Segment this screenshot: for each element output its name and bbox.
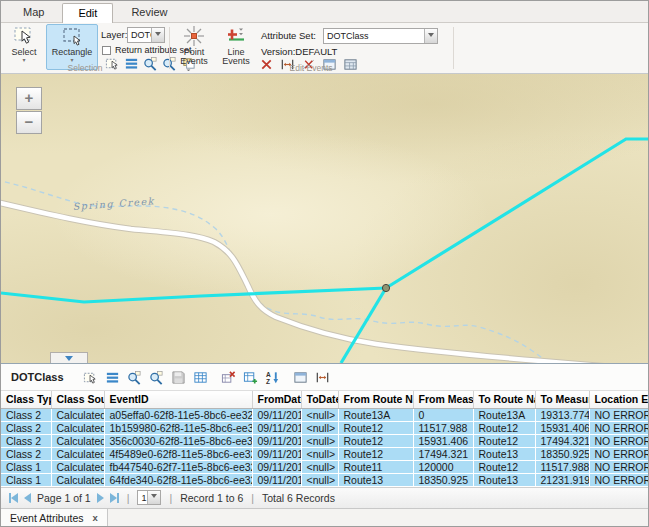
table-cell[interactable]: Route12 bbox=[473, 421, 535, 434]
attribute-set-combobox-arrow[interactable] bbox=[424, 29, 437, 43]
table-cell[interactable]: a05effa0-62f8-11e5-8bc6-ee32641d5ec9 bbox=[104, 408, 252, 421]
table-cell[interactable]: Calculated bbox=[51, 473, 104, 486]
table-cell[interactable]: Class 1 bbox=[1, 473, 51, 486]
table-cell[interactable]: Route13A bbox=[338, 408, 413, 421]
layer-combobox[interactable]: DOTClass bbox=[127, 27, 165, 43]
table-cell[interactable]: Class 2 bbox=[1, 421, 51, 434]
table-cell[interactable]: fb447540-62f7-11e5-8bc6-ee32641d5ec9 bbox=[104, 460, 252, 473]
table-cell[interactable]: 0 bbox=[413, 408, 473, 421]
table-cell[interactable]: Route12 bbox=[338, 434, 413, 447]
column-header[interactable]: ToDate bbox=[301, 391, 338, 408]
table-cell[interactable]: 11517.988 bbox=[413, 421, 473, 434]
table-cell[interactable]: 11517.988 bbox=[535, 460, 589, 473]
table-row[interactable]: Class 2Calculated1b159980-62f8-11e5-8bc6… bbox=[1, 421, 648, 434]
table-cell[interactable]: 64fde340-62f8-11e5-8bc6-ee32641d5ec9 bbox=[104, 473, 252, 486]
table-cell[interactable]: Class 2 bbox=[1, 447, 51, 460]
column-header[interactable]: From Route Name bbox=[338, 391, 413, 408]
return-attribute-set-checkbox[interactable] bbox=[102, 46, 111, 55]
attribute-set-list-icon[interactable] bbox=[102, 367, 124, 387]
table-cell[interactable]: NO ERROR bbox=[589, 421, 648, 434]
table-row[interactable]: Class 2Calculated356c0030-62f8-11e5-8bc6… bbox=[1, 434, 648, 447]
select-events-icon[interactable] bbox=[80, 367, 102, 387]
table-cell[interactable]: Route11 bbox=[338, 460, 413, 473]
column-header[interactable]: Class Type bbox=[1, 391, 51, 408]
table-cell[interactable]: 18350.925 bbox=[535, 447, 589, 460]
table-cell[interactable]: 09/11/2015 bbox=[252, 421, 301, 434]
close-icon[interactable]: x bbox=[93, 512, 98, 523]
table-cell[interactable]: 356c0030-62f8-11e5-8bc6-ee32641d5ec9 bbox=[104, 434, 252, 447]
table-cell[interactable]: Calculated bbox=[51, 408, 104, 421]
table-cell[interactable]: Route12 bbox=[338, 421, 413, 434]
table-cell[interactable]: Class 2 bbox=[1, 408, 51, 421]
table-cell[interactable]: 17494.321 bbox=[535, 434, 589, 447]
table-cell[interactable]: NO ERROR bbox=[589, 460, 648, 473]
table-cell[interactable]: Calculated bbox=[51, 460, 104, 473]
table-cell[interactable]: 1b159980-62f8-11e5-8bc6-ee32641d5ec9 bbox=[104, 421, 252, 434]
table-cell[interactable]: 4f5489e0-62f8-11e5-8bc6-ee32641d5ec9 bbox=[104, 447, 252, 460]
last-page-button[interactable] bbox=[110, 493, 119, 503]
previous-page-button[interactable] bbox=[24, 493, 31, 503]
table-cell[interactable]: Route13 bbox=[473, 447, 535, 460]
column-header[interactable]: Location Error bbox=[589, 391, 648, 408]
table-cell[interactable]: 09/11/2015 bbox=[252, 434, 301, 447]
tab-map[interactable]: Map bbox=[7, 2, 60, 22]
table-cell[interactable]: 15931.406 bbox=[535, 421, 589, 434]
table-row[interactable]: Class 2Calculated4f5489e0-62f8-11e5-8bc6… bbox=[1, 447, 648, 460]
column-header[interactable]: Class Source bbox=[51, 391, 104, 408]
calculate-icon[interactable] bbox=[190, 367, 212, 387]
page-selector-arrow[interactable] bbox=[147, 491, 160, 504]
table-cell[interactable]: 120000 bbox=[413, 460, 473, 473]
tab-review[interactable]: Review bbox=[115, 2, 183, 22]
table-cell[interactable]: 15931.406 bbox=[413, 434, 473, 447]
route-junction-marker[interactable] bbox=[382, 284, 389, 291]
table-cell[interactable]: <null> bbox=[301, 460, 338, 473]
table-cell[interactable]: Calculated bbox=[51, 421, 104, 434]
table-cell[interactable]: <null> bbox=[301, 473, 338, 486]
table-cell[interactable]: Route12 bbox=[338, 447, 413, 460]
zoom-out-button[interactable]: − bbox=[16, 111, 42, 134]
column-header[interactable]: From Measure bbox=[413, 391, 473, 408]
zoom-to-selection-icon[interactable] bbox=[124, 367, 146, 387]
delete-record-icon[interactable] bbox=[218, 367, 240, 387]
table-cell[interactable]: <null> bbox=[301, 434, 338, 447]
layer-combobox-arrow[interactable] bbox=[151, 28, 164, 42]
table-cell[interactable]: NO ERROR bbox=[589, 434, 648, 447]
table-cell[interactable]: 09/11/2015 bbox=[252, 473, 301, 486]
first-page-button[interactable] bbox=[9, 493, 18, 503]
table-cell[interactable]: 19313.774 bbox=[535, 408, 589, 421]
table-cell[interactable]: NO ERROR bbox=[589, 447, 648, 460]
table-cell[interactable]: Route13 bbox=[473, 473, 535, 486]
table-cell[interactable]: Calculated bbox=[51, 434, 104, 447]
pan-to-selection-icon[interactable] bbox=[146, 367, 168, 387]
zoom-in-button[interactable]: + bbox=[16, 87, 42, 110]
panel-collapse-button[interactable] bbox=[50, 352, 88, 363]
tab-event-attributes[interactable]: Event Attributes x bbox=[1, 509, 108, 527]
page-selector[interactable]: 1 bbox=[137, 490, 161, 505]
column-header[interactable]: To Measure bbox=[535, 391, 589, 408]
attribute-set-combobox[interactable]: DOTClass bbox=[323, 28, 438, 44]
table-cell[interactable]: Route12 bbox=[473, 460, 535, 473]
table-cell[interactable]: Route13A bbox=[473, 408, 535, 421]
column-header[interactable]: FromDate bbox=[252, 391, 301, 408]
table-cell[interactable]: Class 1 bbox=[1, 460, 51, 473]
attribute-window-icon[interactable] bbox=[290, 367, 312, 387]
table-cell[interactable]: 18350.925 bbox=[413, 473, 473, 486]
table-cell[interactable]: 09/11/2015 bbox=[252, 460, 301, 473]
table-cell[interactable]: 17494.321 bbox=[413, 447, 473, 460]
table-cell[interactable]: 09/11/2015 bbox=[252, 408, 301, 421]
table-cell[interactable]: Calculated bbox=[51, 447, 104, 460]
add-record-icon[interactable] bbox=[240, 367, 262, 387]
measure-icon[interactable] bbox=[312, 367, 334, 387]
table-row[interactable]: Class 1Calculatedfb447540-62f7-11e5-8bc6… bbox=[1, 460, 648, 473]
table-cell[interactable]: NO ERROR bbox=[589, 408, 648, 421]
table-row[interactable]: Class 2Calculateda05effa0-62f8-11e5-8bc6… bbox=[1, 408, 648, 421]
save-icon[interactable] bbox=[168, 367, 190, 387]
next-page-button[interactable] bbox=[97, 493, 104, 503]
table-cell[interactable]: 09/11/2015 bbox=[252, 447, 301, 460]
tab-edit[interactable]: Edit bbox=[62, 3, 113, 23]
map-canvas[interactable]: Spring Creek + − bbox=[1, 74, 648, 363]
table-cell[interactable]: Route12 bbox=[473, 434, 535, 447]
table-cell[interactable]: <null> bbox=[301, 421, 338, 434]
table-cell[interactable]: Class 2 bbox=[1, 434, 51, 447]
table-cell[interactable]: NO ERROR bbox=[589, 473, 648, 486]
